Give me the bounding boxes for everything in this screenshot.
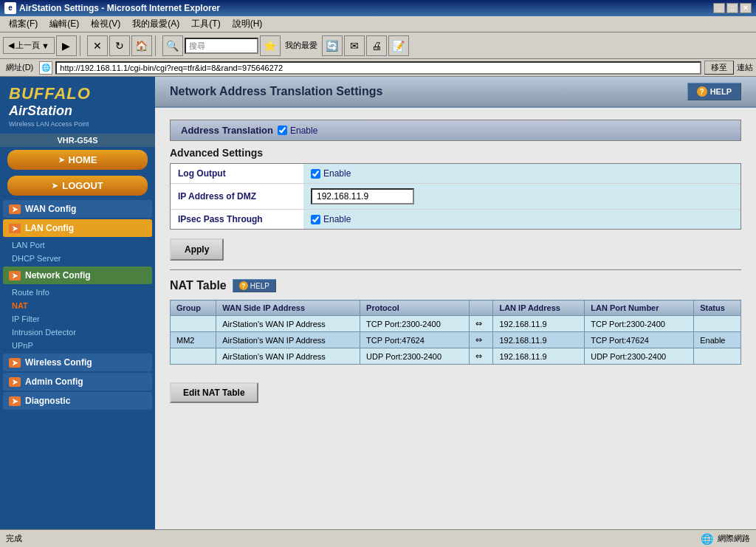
address-translation-label: Address Translation [181,125,273,136]
back-arrow-icon: ◀ [8,41,14,50]
toolbar: ◀ 上一頁 ▼ ▶ ✕ ↻ 🏠 🔍 ⭐ 我的最愛 🔄 ✉ 🖨 📝 [0,32,756,59]
nav-arrow-icon-5: ➤ [9,377,21,387]
edit-nat-table-button[interactable]: Edit NAT Table [170,382,258,403]
cell-group [171,316,216,332]
nav-arrow-icon-3: ➤ [9,271,21,281]
nat-label: NAT [12,301,28,310]
cell-lan-port: TCP Port:47624 [585,332,694,348]
sidebar-item-lan-config[interactable]: ➤ LAN Config [3,219,152,237]
content-body: Address Translation Enable Advanced Sett… [155,108,756,415]
sidebar-item-admin-config[interactable]: ➤ Admin Config [3,373,152,391]
minimize-btn[interactable]: _ [713,3,725,13]
menu-help[interactable]: 說明(H) [227,16,269,32]
address-input[interactable] [55,61,701,75]
nav-arrow-icon-4: ➤ [9,358,21,368]
sidebar-item-network-config[interactable]: ➤ Network Config [3,266,152,284]
menu-view[interactable]: 檢視(V) [85,16,126,32]
cell-lan-ip: 192.168.11.9 [493,348,585,365]
sidebar-item-nat[interactable]: NAT [0,299,155,312]
toolbar-separator-2 [155,35,159,56]
col-wan-ip: WAN Side IP Address [216,300,360,316]
wan-config-label: WAN Config [25,204,76,214]
print-button[interactable]: 🖨 [366,35,387,56]
forward-button[interactable]: ▶ [56,35,77,56]
sidebar-item-ip-filter[interactable]: IP Filter [0,312,155,326]
logout-btn-label: LOGOUT [62,180,103,191]
help-label: HELP [710,87,732,96]
search-button[interactable]: 🔍 [162,35,183,56]
refresh-button[interactable]: ↻ [109,35,130,56]
upnp-label: UPnP [12,341,33,350]
col-arrow [470,300,493,316]
cell-status [694,316,741,332]
search-input[interactable] [185,38,258,54]
ipsec-checkbox[interactable] [311,215,320,224]
menu-bar: 檔案(F) 編輯(E) 檢視(V) 我的最愛(A) 工具(T) 說明(H) [0,16,756,32]
edit-button[interactable]: 📝 [388,35,409,56]
lan-config-label: LAN Config [25,223,74,233]
ip-filter-label: IP Filter [12,314,40,323]
internet-label: 網際網路 [718,533,750,544]
menu-tools[interactable]: 工具(T) [185,16,226,32]
advanced-settings-table: Log Output Enable IP Address of DMZ [170,163,741,230]
col-status: Status [694,300,741,316]
page-title: Network Address Translation Settings [170,85,382,98]
cell-lan-ip: 192.168.11.9 [493,316,585,332]
sidebar-item-wan-config[interactable]: ➤ WAN Config [3,200,152,218]
sidebar-item-intrusion-detector[interactable]: Intrusion Detector [0,326,155,339]
stop-button[interactable]: ✕ [87,35,108,56]
cell-protocol: UDP Port:2300-2400 [360,348,470,365]
log-output-value: Enable [303,164,740,183]
sidebar-item-route-info[interactable]: Route Info [0,286,155,299]
go-button[interactable]: 移至 [704,61,734,75]
sidebar-item-wireless-config[interactable]: ➤ Wireless Config [3,354,152,371]
address-translation-checkbox[interactable] [278,125,287,135]
sidebar-item-dhcp-server[interactable]: DHCP Server [0,252,155,265]
log-output-enable-label: Enable [323,168,351,179]
sidebar-logo: BUFFALO AirStation Wireless LAN Access P… [0,77,155,131]
airstation-logo: AirStation [9,103,146,119]
status-right: 🌐 網際網路 [701,533,750,545]
log-output-enable[interactable]: Enable [311,168,351,179]
back-button[interactable]: ◀ 上一頁 ▼ [3,37,55,54]
maximize-btn[interactable]: □ [726,3,738,13]
logout-button[interactable]: ➤ LOGOUT [7,176,148,196]
media-button[interactable]: 🔄 [322,35,343,56]
cell-arrow: ⇔ [470,316,493,332]
sidebar-item-upnp[interactable]: UPnP [0,339,155,352]
home-button[interactable]: ➤ HOME [7,150,148,170]
menu-favorites[interactable]: 我的最愛(A) [126,16,185,32]
nat-help-label: HELP [250,282,269,290]
network-config-label: Network Config [25,270,91,281]
address-translation-enable[interactable]: Enable [278,125,317,136]
internet-icon: 🌐 [701,533,713,545]
intrusion-detector-label: Intrusion Detector [12,328,76,337]
close-btn[interactable]: ✕ [740,3,752,13]
help-button[interactable]: ? HELP [687,83,741,100]
sidebar-item-diagnostic[interactable]: ➤ Diagnostic [3,392,152,410]
sidebar-item-lan-port[interactable]: LAN Port [0,238,155,252]
cell-wan-ip: AirStation's WAN IP Address [216,332,360,348]
cell-protocol: TCP Port:47624 [360,332,470,348]
menu-file[interactable]: 檔案(F) [3,16,44,32]
favorites-button[interactable]: ⭐ [260,35,281,56]
dmz-value [303,184,740,209]
table-row: AirStation's WAN IP Address UDP Port:230… [171,348,741,365]
ipsec-row: IPsec Pass Through Enable [171,210,740,229]
toolbar-separator-1 [80,35,84,56]
admin-config-label: Admin Config [25,376,83,387]
mail-button[interactable]: ✉ [344,35,365,56]
apply-button[interactable]: Apply [170,238,224,261]
nav-arrow-icon-6: ➤ [9,396,21,406]
nat-help-button[interactable]: ? HELP [233,279,276,292]
ipsec-enable[interactable]: Enable [311,214,351,224]
home-button[interactable]: 🏠 [131,35,152,56]
connect-label: 連結 [737,62,753,73]
dmz-input[interactable] [311,188,414,204]
menu-edit[interactable]: 編輯(E) [44,16,85,32]
address-bar: 網址(D) 🌐 移至 連結 [0,59,756,77]
log-output-checkbox[interactable] [311,169,320,179]
cell-arrow: ⇔ [470,332,493,348]
route-info-label: Route Info [12,288,49,297]
logout-arrow-icon: ➤ [52,182,58,190]
